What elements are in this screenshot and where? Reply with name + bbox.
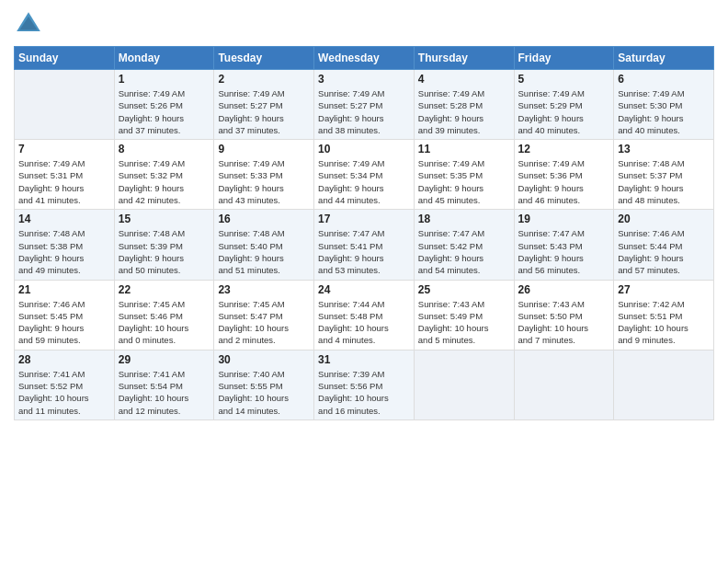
calendar-cell: 24Sunrise: 7:44 AM Sunset: 5:48 PM Dayli… [314,280,415,350]
day-number: 21 [18,283,110,296]
calendar-cell: 25Sunrise: 7:43 AM Sunset: 5:49 PM Dayli… [414,280,514,350]
day-info: Sunrise: 7:49 AM Sunset: 5:36 PM Dayligh… [518,157,610,206]
day-info: Sunrise: 7:49 AM Sunset: 5:34 PM Dayligh… [318,157,410,206]
day-number: 5 [518,73,610,86]
day-info: Sunrise: 7:49 AM Sunset: 5:30 PM Dayligh… [618,87,710,136]
day-info: Sunrise: 7:49 AM Sunset: 5:33 PM Dayligh… [218,157,310,206]
calendar-header-row: SundayMondayTuesdayWednesdayThursdayFrid… [15,47,714,70]
day-number: 17 [318,213,410,225]
day-info: Sunrise: 7:48 AM Sunset: 5:40 PM Dayligh… [218,227,310,276]
calendar-cell: 2Sunrise: 7:49 AM Sunset: 5:27 PM Daylig… [214,70,314,140]
day-info: Sunrise: 7:45 AM Sunset: 5:47 PM Dayligh… [218,298,310,347]
day-info: Sunrise: 7:41 AM Sunset: 5:52 PM Dayligh… [18,368,110,417]
day-info: Sunrise: 7:47 AM Sunset: 5:41 PM Dayligh… [318,227,410,276]
day-number: 19 [518,213,610,225]
day-info: Sunrise: 7:46 AM Sunset: 5:45 PM Dayligh… [18,298,110,347]
calendar-cell: 13Sunrise: 7:48 AM Sunset: 5:37 PM Dayli… [614,140,714,210]
day-number: 2 [218,73,310,86]
calendar-week-row: 1Sunrise: 7:49 AM Sunset: 5:26 PM Daylig… [15,70,714,140]
day-info: Sunrise: 7:49 AM Sunset: 5:27 PM Dayligh… [218,87,310,136]
day-number: 13 [618,143,710,155]
day-number: 20 [618,213,710,225]
day-number: 4 [418,73,510,86]
day-number: 3 [318,73,410,86]
calendar: SundayMondayTuesdayWednesdayThursdayFrid… [14,46,714,420]
calendar-cell: 16Sunrise: 7:48 AM Sunset: 5:40 PM Dayli… [214,210,314,280]
calendar-cell: 7Sunrise: 7:49 AM Sunset: 5:31 PM Daylig… [15,140,115,210]
calendar-cell: 12Sunrise: 7:49 AM Sunset: 5:36 PM Dayli… [514,140,614,210]
day-number: 7 [18,143,110,155]
calendar-cell: 20Sunrise: 7:46 AM Sunset: 5:44 PM Dayli… [614,210,714,280]
day-info: Sunrise: 7:44 AM Sunset: 5:48 PM Dayligh… [318,298,410,347]
day-number: 6 [618,73,710,86]
calendar-cell: 3Sunrise: 7:49 AM Sunset: 5:27 PM Daylig… [314,70,415,140]
calendar-week-row: 28Sunrise: 7:41 AM Sunset: 5:52 PM Dayli… [15,350,714,419]
day-number: 10 [318,143,410,155]
calendar-cell: 23Sunrise: 7:45 AM Sunset: 5:47 PM Dayli… [214,280,314,350]
day-number: 31 [318,353,410,366]
day-info: Sunrise: 7:48 AM Sunset: 5:38 PM Dayligh… [18,227,110,276]
day-info: Sunrise: 7:43 AM Sunset: 5:50 PM Dayligh… [518,298,610,347]
day-info: Sunrise: 7:48 AM Sunset: 5:37 PM Dayligh… [618,157,710,206]
day-number: 30 [218,353,310,366]
day-info: Sunrise: 7:47 AM Sunset: 5:43 PM Dayligh… [518,227,610,276]
calendar-cell: 14Sunrise: 7:48 AM Sunset: 5:38 PM Dayli… [15,210,115,280]
col-header-wednesday: Wednesday [314,47,415,70]
day-info: Sunrise: 7:39 AM Sunset: 5:56 PM Dayligh… [318,368,410,417]
day-info: Sunrise: 7:45 AM Sunset: 5:46 PM Dayligh… [119,298,210,347]
calendar-cell [614,350,714,419]
header [14,9,714,39]
day-number: 28 [18,353,110,366]
calendar-cell: 27Sunrise: 7:42 AM Sunset: 5:51 PM Dayli… [614,280,714,350]
page: SundayMondayTuesdayWednesdayThursdayFrid… [0,0,728,563]
day-number: 23 [218,283,310,296]
calendar-cell: 8Sunrise: 7:49 AM Sunset: 5:32 PM Daylig… [114,140,214,210]
calendar-cell: 11Sunrise: 7:49 AM Sunset: 5:35 PM Dayli… [414,140,514,210]
day-number: 27 [618,283,710,296]
calendar-cell: 28Sunrise: 7:41 AM Sunset: 5:52 PM Dayli… [15,350,115,419]
calendar-cell: 9Sunrise: 7:49 AM Sunset: 5:33 PM Daylig… [214,140,314,210]
calendar-cell: 21Sunrise: 7:46 AM Sunset: 5:45 PM Dayli… [15,280,115,350]
calendar-cell: 17Sunrise: 7:47 AM Sunset: 5:41 PM Dayli… [314,210,415,280]
col-header-monday: Monday [114,47,214,70]
day-number: 16 [218,213,310,225]
day-number: 26 [518,283,610,296]
day-info: Sunrise: 7:49 AM Sunset: 5:31 PM Dayligh… [18,157,110,206]
calendar-cell [15,70,115,140]
day-info: Sunrise: 7:47 AM Sunset: 5:42 PM Dayligh… [418,227,510,276]
day-info: Sunrise: 7:49 AM Sunset: 5:32 PM Dayligh… [119,157,210,206]
calendar-cell: 19Sunrise: 7:47 AM Sunset: 5:43 PM Dayli… [514,210,614,280]
day-info: Sunrise: 7:43 AM Sunset: 5:49 PM Dayligh… [418,298,510,347]
day-number: 29 [119,353,210,366]
day-number: 12 [518,143,610,155]
day-info: Sunrise: 7:49 AM Sunset: 5:27 PM Dayligh… [318,87,410,136]
day-info: Sunrise: 7:48 AM Sunset: 5:39 PM Dayligh… [119,227,210,276]
day-number: 24 [318,283,410,296]
calendar-week-row: 14Sunrise: 7:48 AM Sunset: 5:38 PM Dayli… [15,210,714,280]
calendar-cell: 4Sunrise: 7:49 AM Sunset: 5:28 PM Daylig… [414,70,514,140]
day-info: Sunrise: 7:49 AM Sunset: 5:26 PM Dayligh… [119,87,210,136]
day-info: Sunrise: 7:49 AM Sunset: 5:28 PM Dayligh… [418,87,510,136]
calendar-cell: 5Sunrise: 7:49 AM Sunset: 5:29 PM Daylig… [514,70,614,140]
day-info: Sunrise: 7:49 AM Sunset: 5:35 PM Dayligh… [418,157,510,206]
day-number: 1 [119,73,210,86]
calendar-cell: 10Sunrise: 7:49 AM Sunset: 5:34 PM Dayli… [314,140,415,210]
col-header-tuesday: Tuesday [214,47,314,70]
day-number: 15 [119,213,210,225]
calendar-cell [414,350,514,419]
day-info: Sunrise: 7:41 AM Sunset: 5:54 PM Dayligh… [119,368,210,417]
calendar-cell: 31Sunrise: 7:39 AM Sunset: 5:56 PM Dayli… [314,350,415,419]
day-info: Sunrise: 7:49 AM Sunset: 5:29 PM Dayligh… [518,87,610,136]
day-number: 22 [119,283,210,296]
day-info: Sunrise: 7:42 AM Sunset: 5:51 PM Dayligh… [618,298,710,347]
calendar-cell: 1Sunrise: 7:49 AM Sunset: 5:26 PM Daylig… [114,70,214,140]
day-number: 8 [119,143,210,155]
col-header-thursday: Thursday [414,47,514,70]
day-number: 9 [218,143,310,155]
day-number: 25 [418,283,510,296]
calendar-cell: 26Sunrise: 7:43 AM Sunset: 5:50 PM Dayli… [514,280,614,350]
calendar-cell: 6Sunrise: 7:49 AM Sunset: 5:30 PM Daylig… [614,70,714,140]
calendar-cell: 18Sunrise: 7:47 AM Sunset: 5:42 PM Dayli… [414,210,514,280]
calendar-week-row: 21Sunrise: 7:46 AM Sunset: 5:45 PM Dayli… [15,280,714,350]
day-number: 18 [418,213,510,225]
